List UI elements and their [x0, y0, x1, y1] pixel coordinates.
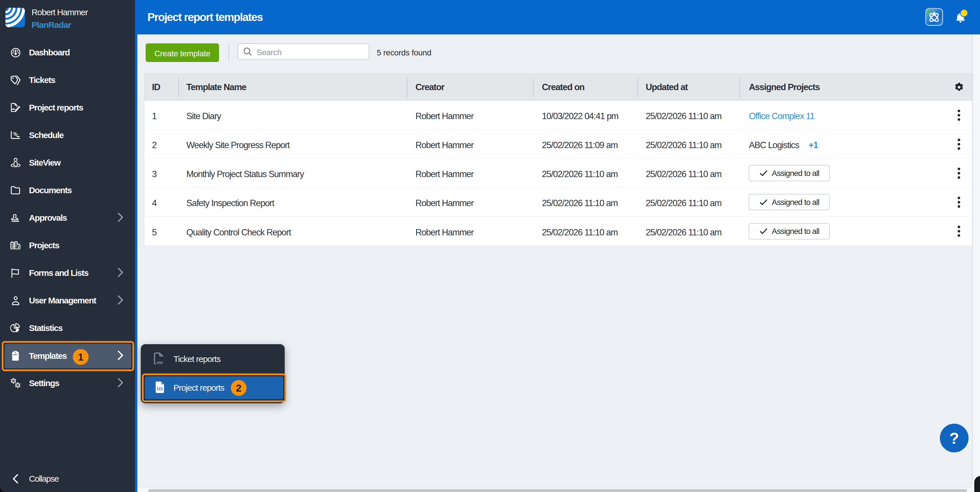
svg-text:PDF: PDF — [157, 361, 163, 364]
